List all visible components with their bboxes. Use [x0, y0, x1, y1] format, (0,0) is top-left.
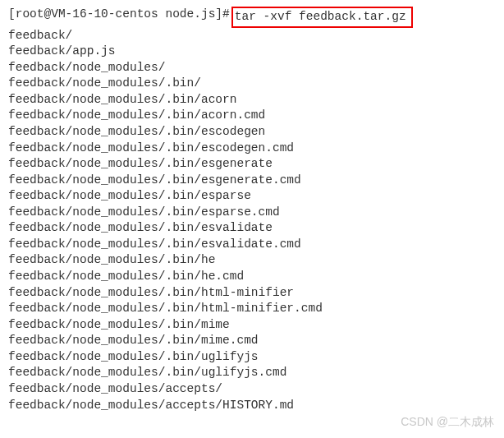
output-line: feedback/node_modules/.bin/he — [8, 252, 496, 269]
output-line: feedback/node_modules/.bin/html-minifier… — [8, 301, 496, 317]
output-line: feedback/node_modules/.bin/ — [8, 76, 496, 92]
output-line: feedback/node_modules/ — [8, 60, 496, 76]
output-line: feedback/node_modules/.bin/acorn — [8, 92, 496, 108]
output-line: feedback/node_modules/.bin/html-minifier — [8, 285, 496, 302]
output-line: feedback/app.js — [8, 44, 496, 60]
output-line: feedback/node_modules/.bin/he.cmd — [8, 269, 496, 285]
output-line: feedback/node_modules/.bin/escodegen.cmd — [8, 141, 496, 157]
output-line: feedback/node_modules/.bin/esparse.cmd — [8, 205, 496, 221]
output-line: feedback/node_modules/.bin/esvalidate — [8, 220, 496, 237]
output-line: feedback/node_modules/.bin/esvalidate.cm… — [8, 237, 496, 253]
watermark-text: CSDN @二木成林 — [401, 414, 494, 430]
output-line: feedback/node_modules/accepts/HISTORY.md — [8, 398, 496, 414]
output-line: feedback/node_modules/.bin/esgenerate.cm… — [8, 173, 496, 189]
output-line: feedback/node_modules/.bin/uglifyjs.cmd — [8, 365, 496, 381]
output-line: feedback/node_modules/.bin/uglifyjs — [8, 349, 496, 366]
command-line[interactable]: [root@VM-16-10-centos node.js]# tar -xvf… — [8, 7, 496, 28]
output-line: feedback/node_modules/.bin/acorn.cmd — [8, 108, 496, 124]
highlighted-command: tar -xvf feedback.tar.gz — [231, 7, 413, 28]
output-line: feedback/node_modules/.bin/mime — [8, 317, 496, 334]
shell-prompt: [root@VM-16-10-centos node.js]# — [8, 7, 230, 23]
output-line: feedback/node_modules/accepts/ — [8, 381, 496, 398]
output-line: feedback/node_modules/.bin/esparse — [8, 188, 496, 205]
output-line: feedback/ — [8, 28, 496, 44]
output-line: feedback/node_modules/.bin/esgenerate — [8, 156, 496, 173]
output-line: feedback/node_modules/.bin/escodegen — [8, 124, 496, 141]
terminal-output: feedback/feedback/app.jsfeedback/node_mo… — [8, 28, 496, 414]
output-line: feedback/node_modules/.bin/mime.cmd — [8, 333, 496, 349]
